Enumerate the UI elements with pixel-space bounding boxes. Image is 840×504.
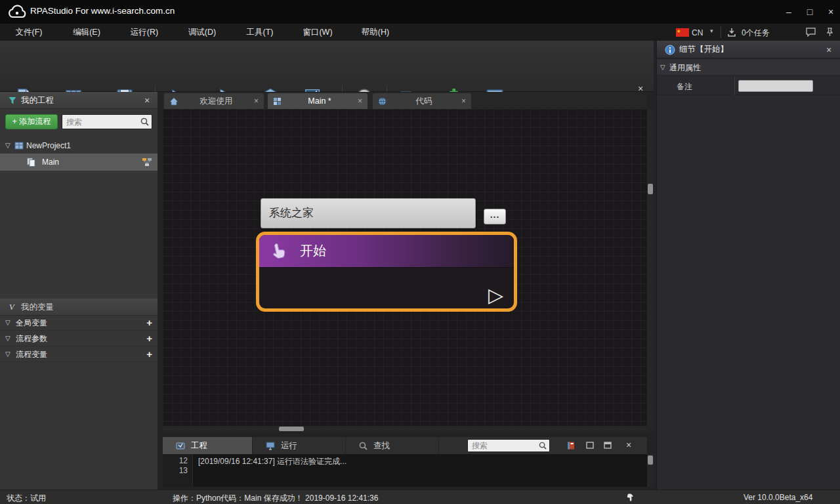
flow-document-icon <box>26 158 36 167</box>
drop-next-activity-icon[interactable]: ▷ <box>488 284 503 306</box>
menu-help[interactable]: 帮助(H) <box>346 24 404 41</box>
hscrollbar-thumb[interactable] <box>279 427 304 431</box>
project-panel-title: 我的工程 <box>21 92 54 109</box>
close-button[interactable]: × <box>822 3 840 20</box>
canvas-vscrollbar[interactable] <box>647 109 654 432</box>
variable-group-label: 流程变量 <box>16 346 47 362</box>
add-flow-param-icon[interactable]: + <box>146 331 152 346</box>
group-collapse-icon[interactable]: ▽ <box>5 346 10 362</box>
minimize-button[interactable]: – <box>780 3 798 20</box>
log-vscrollbar[interactable] <box>647 454 654 487</box>
output-panel-close-icon[interactable]: × <box>626 440 631 450</box>
menu-debug[interactable]: 调试(D) <box>173 24 231 41</box>
pin-toolbar-icon[interactable] <box>826 28 834 37</box>
tab-close-icon[interactable]: × <box>461 96 466 106</box>
detail-panel-close-icon[interactable]: × <box>826 45 831 54</box>
maximize-button[interactable]: □ <box>801 3 819 20</box>
search-icon[interactable] <box>539 442 547 450</box>
export-log-icon[interactable] <box>566 441 576 450</box>
menu-right-divider <box>721 26 721 38</box>
find-icon <box>359 442 368 450</box>
canvas-hscrollbar[interactable] <box>163 426 647 432</box>
menu-tools[interactable]: 工具(T) <box>231 24 289 41</box>
variable-group-label: 全局变量 <box>16 315 47 331</box>
main-toolbar: 新建 ▾ 打开 ▾ 保存 ▾ 运行 ▾ 运行流程 编译 调试 ▾ 录制 全览 <box>0 41 654 92</box>
project-node-icon <box>14 141 24 150</box>
log-line-number: 12 <box>163 456 188 465</box>
home-icon <box>169 97 178 106</box>
license-status-label: 状态：试用 <box>7 493 46 504</box>
project-search-field <box>62 114 152 129</box>
section-title: 通用属性 <box>669 60 701 75</box>
flow-actions-icon[interactable] <box>142 158 152 167</box>
variables-panel-title: 我的变量 <box>21 299 54 316</box>
variable-group-params[interactable]: ▽ 流程参数 + <box>0 331 158 346</box>
tab-welcome[interactable]: 欢迎使用 × <box>164 93 264 109</box>
project-node-label: NewProject1 <box>26 138 71 154</box>
tab-code[interactable]: 代码 × <box>373 93 471 109</box>
flow-more-button[interactable]: ... <box>484 209 506 224</box>
section-collapse-icon[interactable]: ▽ <box>660 60 665 75</box>
download-tasks-icon[interactable] <box>727 28 736 37</box>
window-title: RPAStudio For www.i-search.com.cn <box>30 6 175 16</box>
output-tab-run[interactable]: 运行 <box>253 437 346 454</box>
project-collapse-icon[interactable]: ▽ <box>5 138 10 154</box>
log-vscrollbar-thumb[interactable] <box>648 455 653 465</box>
float-panel-icon[interactable] <box>604 442 612 449</box>
add-flow-variable-icon[interactable]: + <box>146 346 152 362</box>
menu-file[interactable]: 文件(F) <box>0 24 58 41</box>
log-line-text: [2019/09/16 12:41:37] 运行语法验证完成... <box>198 456 346 467</box>
start-block-header[interactable]: 开始 <box>259 235 514 268</box>
variable-group-label: 流程参数 <box>16 331 47 346</box>
note-input[interactable] <box>738 80 813 92</box>
statusbar: 状态：试用 操作：Python代码：Main 保存成功！ 2019-09-16 … <box>0 490 840 504</box>
log-search-input[interactable] <box>467 439 550 452</box>
vscrollbar-thumb[interactable] <box>648 184 653 194</box>
log-line-number: 13 <box>163 466 188 475</box>
variable-group-global[interactable]: ▽ 全局变量 + <box>0 315 158 331</box>
tree-node-main-flow[interactable]: Main <box>0 154 158 171</box>
flow-title-box[interactable]: 系统之家 <box>261 198 476 228</box>
log-output[interactable]: 12 [2019/09/16 12:41:37] 运行语法验证完成... 13 <box>163 454 647 487</box>
add-global-variable-icon[interactable]: + <box>146 315 152 331</box>
common-properties-section[interactable]: ▽ 通用属性 <box>657 60 840 75</box>
group-collapse-icon[interactable]: ▽ <box>5 315 10 331</box>
start-block-body[interactable]: ▷ <box>259 268 514 308</box>
language-dropdown-icon[interactable]: ▾ <box>710 28 713 34</box>
detail-panel-title: 细节【开始】 <box>679 41 728 58</box>
output-tab-find[interactable]: 查找 <box>346 437 439 454</box>
project-search-input[interactable] <box>62 114 152 129</box>
tab-close-icon[interactable]: × <box>254 96 259 106</box>
tasks-count-label[interactable]: 0个任务 <box>742 28 770 38</box>
menu-window[interactable]: 窗口(W) <box>289 24 346 41</box>
titlebar: RPAStudio For www.i-search.com.cn – □ × <box>0 0 840 24</box>
menubar: 文件(F) 编辑(E) 运行(R) 调试(D) 工具(T) 窗口(W) 帮助(H… <box>0 24 840 41</box>
tree-node-project[interactable]: ▽ NewProject1 <box>0 138 158 154</box>
project-panel: 我的工程 × + 添加流程 ▽ NewProject1 Main V 我的变量 … <box>0 92 158 490</box>
project-output-icon <box>176 442 185 450</box>
tab-close-icon[interactable]: × <box>358 96 362 106</box>
flow-canvas[interactable]: 系统之家 ... 开始 ▷ <box>163 109 647 432</box>
flow-title-text: 系统之家 <box>269 207 314 219</box>
group-collapse-icon[interactable]: ▽ <box>5 331 10 346</box>
search-icon[interactable] <box>140 117 149 126</box>
app-logo-cloud-icon <box>8 5 26 19</box>
start-activity-block[interactable]: 开始 ▷ <box>256 232 517 312</box>
project-panel-close-icon[interactable]: × <box>144 96 150 105</box>
document-tabbar: 欢迎使用 × Main * × 代码 × <box>163 92 647 109</box>
add-flow-button[interactable]: + 添加流程 <box>5 114 58 129</box>
cn-flag-icon <box>676 28 689 37</box>
feedback-comment-icon[interactable] <box>806 28 816 37</box>
output-tab-project[interactable]: 工程 <box>163 437 253 454</box>
project-filter-icon <box>8 96 17 105</box>
menu-edit[interactable]: 编辑(E) <box>58 24 116 41</box>
menu-run[interactable]: 运行(R) <box>116 24 173 41</box>
flow-node-label: Main <box>42 154 59 171</box>
start-block-label: 开始 <box>300 242 326 260</box>
clear-log-window-icon[interactable] <box>586 442 594 449</box>
variable-group-flow[interactable]: ▽ 流程变量 + <box>0 346 158 362</box>
language-selector[interactable]: CN <box>692 28 703 38</box>
tab-main[interactable]: Main * × <box>268 93 368 109</box>
project-panel-header: 我的工程 × <box>0 92 158 109</box>
variables-panel-header: V 我的变量 <box>0 299 158 316</box>
